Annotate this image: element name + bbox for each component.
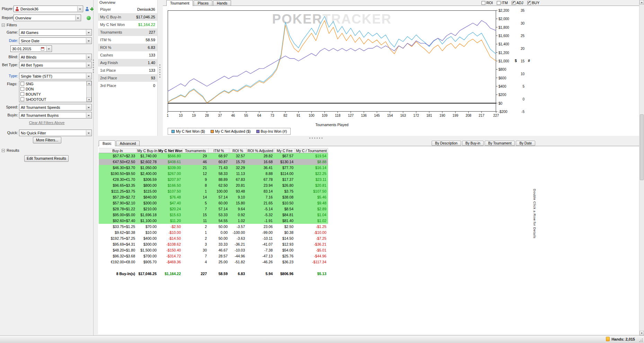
flag-option-shootout[interactable]: SHOOTOUT [19,97,91,102]
chevron-down-icon[interactable] [86,38,91,43]
checkbox-icon[interactable] [20,82,24,86]
checkbox-icon[interactable] [20,87,24,91]
pane-splitter[interactable] [98,136,639,140]
table-row[interactable]: €28.30+€1.70$306.59$207.97988.8967.8367.… [99,177,328,183]
chevron-down-icon[interactable] [86,73,91,79]
checkbox-icon[interactable] [20,97,24,101]
report-combobox[interactable]: Overview [14,15,81,21]
sort-button-by-description[interactable]: By Description [432,141,461,146]
flags-scrollbar[interactable]: ▲ ▼ [86,81,91,102]
graph-toggle-adj[interactable]: ADJ [512,1,523,5]
chevron-down-icon[interactable] [86,62,91,68]
chevron-down-icon[interactable] [86,105,91,110]
chevron-down-icon[interactable] [86,54,91,60]
column-header-roi-adjusted[interactable]: ROI % Adjusted [247,148,274,153]
tab-places[interactable]: Places [194,0,212,6]
stats-splitter-handle[interactable] [159,64,160,79]
table-row[interactable]: $28.78+$1.22$210.00$20.24757.149.64-5.14… [99,206,328,212]
resize-grip[interactable] [639,338,643,342]
scroll-up-icon[interactable]: ▲ [639,0,644,5]
quick-combobox[interactable]: No Quick Filter [19,130,92,136]
game-combobox[interactable]: All Games [19,29,92,36]
pane-splitter-handle[interactable] [309,138,324,139]
clear-all-filters-link[interactable]: Clear All Filters Above [0,121,94,125]
table-row[interactable]: $48.20+$1.80$1,500.00-$150.403046.67-10.… [99,247,328,253]
sidebar-splitter-handle[interactable] [93,60,94,74]
tab-basic[interactable]: Basic [99,140,115,146]
more-filters-button[interactable]: More Filters... [33,137,61,143]
graph-toggle-itm[interactable]: ITM [497,1,508,5]
table-row[interactable]: $57.90+$2.10$300.00$47.40560.0015.8021.6… [99,200,328,206]
column-header-my-c-buy-in[interactable]: My C Buy-In [137,148,158,153]
table-row[interactable]: €192.00+€8.00$905.70-$469.36425.00-51.82… [99,259,328,265]
edit-tournament-results-button[interactable]: Edit Tournament Results [24,155,69,162]
graph-toggle-roi[interactable]: ROI [482,1,493,5]
checkbox-icon[interactable] [482,1,485,5]
tab-tournament[interactable]: Tournament [166,0,193,6]
sort-button-by-date[interactable]: By Date [516,141,535,146]
scroll-down-icon[interactable]: ▼ [639,331,644,335]
chevron-down-icon[interactable] [75,15,80,20]
calendar-icon[interactable] [41,47,44,51]
table-row[interactable]: $96.65+$3.35$800.00$166.50862.5020.8123.… [99,183,328,188]
series-buy-ins-won [168,20,496,91]
table-row[interactable]: $57.67+$2.33$1,740.00$566.802968.9732.57… [99,153,328,159]
collapse-icon[interactable] [2,24,5,27]
column-header-itm[interactable]: ITM % [209,148,229,153]
table-row[interactable]: $96.32+$3.68$700.00-$314.72728.57-44.96-… [99,253,328,259]
sort-button-by-buy-in[interactable]: By Buy-in [462,141,484,146]
table-row[interactable]: $57.28+$2.72$840.00$76.481457.149.107.16… [99,194,328,200]
blind-combobox[interactable]: All Blinds [19,54,92,60]
table-row[interactable]: $192.75+$7.25$400.00-$14.50250.00-3.63-1… [99,236,328,241]
vertical-scrollbar[interactable]: ▲ ▼ [639,0,644,335]
scroll-up-icon[interactable]: ▲ [87,81,91,86]
table-row[interactable]: €47.50+€2.50$2,602.78$408.614660.8715.70… [99,159,328,165]
flag-option-bounty[interactable]: BOUNTY [19,91,91,97]
column-header-my-c-fee[interactable]: My C Fee [274,148,295,153]
chevron-down-icon[interactable] [86,30,91,35]
results-section-header[interactable]: Results [2,148,19,152]
column-header-tournaments[interactable]: Tournaments [183,148,209,153]
checkbox-icon[interactable] [512,1,515,5]
chevron-down-icon[interactable] [86,113,91,118]
checkbox-icon[interactable] [20,92,24,96]
column-header-buy-in[interactable]: Buy-In [99,148,137,153]
column-header-my-c-tournament[interactable]: My C / Tournament [295,148,328,153]
bet-type-combobox[interactable]: All Bet Types [19,62,92,68]
chevron-down-icon[interactable] [77,6,82,11]
table-row[interactable]: $33.75+$1.25$70.00-$2.50250.00-3.5723.06… [99,224,328,230]
table-row[interactable]: $190.50+$9.50$2,400.00$267.001258.3311.1… [99,171,328,177]
table-row[interactable]: $95.00+$5.00$1,696.18$15.631553.330.92-5… [99,212,328,218]
tab-hands[interactable]: Hands [213,0,231,6]
collapse-icon[interactable] [2,149,5,152]
chevron-down-icon[interactable] [46,46,51,51]
table-row[interactable]: $92.60+$7.40$1,100.00$11.201154.551.02-1… [99,218,328,224]
buyin-combobox[interactable]: All Tournament Buyins [19,112,92,118]
scroll-down-icon[interactable]: ▼ [87,97,91,102]
tab-advanced[interactable]: Advanced [116,141,140,146]
filters-section-header[interactable]: Filters [2,23,17,27]
date-combobox[interactable]: Since Date [19,37,92,44]
speed-combobox[interactable]: All Tournament Speeds [19,104,92,111]
table-row[interactable]: $95.69+$4.31$300.00-$108.62333.33-36.21-… [99,241,328,247]
date-input[interactable]: 30.01.2015 [10,45,52,52]
graph-toggle-buy[interactable]: BUY [527,1,540,5]
add-player-icon[interactable] [90,7,94,11]
player-combobox[interactable]: Denisok36 [14,6,83,12]
column-header-roi[interactable]: ROI % [229,148,247,153]
table-row[interactable]: $46.30+$3.70$1,050.00$339.002171.4332.29… [99,165,328,171]
table-row[interactable]: $9.62+$0.38$10.00-$10.0010.00-100.00-99.… [99,230,328,236]
flag-option-don[interactable]: DON [19,86,91,91]
flag-option-sng[interactable]: SNG [19,81,91,86]
sort-button-by-tournament[interactable]: By Tournament [485,141,515,146]
scrollbar-thumb[interactable] [640,114,644,180]
refresh-report-icon[interactable] [87,16,91,20]
flags-listbox[interactable]: SNGDONBOUNTYSHOOTOUT ▲ ▼ [19,81,92,102]
checkbox-icon[interactable] [527,1,531,5]
column-header-my-c-net-won[interactable]: My C Net Won [158,148,183,153]
chevron-down-icon[interactable] [86,130,91,135]
checkbox-icon[interactable] [497,1,501,5]
table-row[interactable]: $111.25+$3.75$115.00$107.501100.0093.488… [99,188,328,194]
player-manage-icon[interactable] [85,7,89,11]
type-combobox[interactable]: Single Table (STT) [19,73,92,79]
